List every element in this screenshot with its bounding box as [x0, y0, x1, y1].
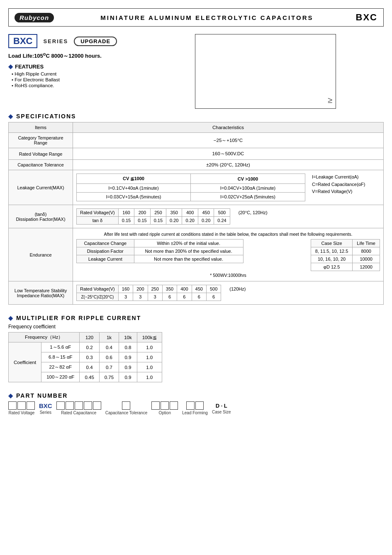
pn-box — [151, 401, 160, 410]
multiplier-title: ◆ MULTIPLIER FOR RIPPLE CURRENT — [8, 315, 384, 321]
image-symbol: ≥ — [328, 95, 332, 105]
dissipation-row: (tanδ) Dissipation Factor(MAX) Rated Vol… — [9, 205, 384, 228]
multiplier-section: ◆ MULTIPLIER FOR RIPPLE CURRENT Frequenc… — [8, 315, 384, 382]
pn-rated-capacitance: Rated Capacitance — [56, 401, 101, 415]
series-left: BXC SERIES UPGRADE Load Life:105oC 8000～… — [8, 34, 183, 89]
cv-le-line2: I=0.03CV+15αA (5minutes) — [77, 193, 191, 201]
pn-option: Option — [151, 401, 178, 415]
pn-box — [8, 401, 17, 410]
leakage-label: Leakage Current(MAX) — [9, 170, 73, 205]
diss-val3: 0.15 — [150, 217, 166, 225]
diss-v4: 350 — [166, 209, 182, 217]
leakage-value: CV ≦1000 CV >1000 I=0.1CV+40αA (1minute)… — [73, 170, 384, 205]
pn-lead-forming-label: Lead Forming — [182, 411, 208, 415]
diss-v5: 400 — [182, 209, 198, 217]
pn-boxes-tolerance — [122, 401, 130, 410]
pn-box — [75, 401, 83, 410]
lt-val7: 6 — [206, 293, 221, 301]
table-row: Category Temperature Range −25～+105°C — [9, 133, 384, 148]
endurance-note: * 500WV:10000hrs — [76, 273, 380, 278]
pn-box — [84, 401, 92, 410]
pn-box — [66, 401, 74, 410]
diss-v1: 160 — [118, 209, 134, 217]
low-temp-label: Low Temperature Stability Impedance Rati… — [9, 281, 73, 305]
diss-val2: 0.15 — [134, 217, 150, 225]
lt-ratio-header: Z(−25°C)/Z(20°C) — [77, 293, 119, 301]
col-header-items: Items — [9, 122, 73, 133]
pn-boxes-capacitance — [56, 401, 101, 410]
coeff-v1-4: 1.0 — [137, 342, 162, 352]
diss-v7: 500 — [214, 209, 230, 217]
diss-voltage-header: Rated Voltage(V) — [77, 209, 119, 217]
lt-val1: 3 — [118, 293, 133, 301]
pn-capacitance-tolerance: Capacitance Tolerance — [105, 401, 148, 415]
diss-val6: 0.20 — [198, 217, 214, 225]
pn-box — [93, 401, 101, 410]
series-label: SERIES — [43, 38, 68, 44]
lt-val2: 3 — [133, 293, 148, 301]
diamond-icon-multiplier: ◆ — [8, 315, 14, 321]
freq-100k: 100k≦ — [137, 333, 162, 342]
coeff-v2-4: 1.0 — [137, 352, 162, 362]
features-title: ◆ FEATURES — [8, 63, 183, 70]
specs-section: ◆ SPECIFICATIONS Items Characteristics C… — [8, 113, 384, 305]
case-size-1: 8, 11.5, 10, 12.5 — [311, 247, 353, 255]
case-size-3: φD 12.5 — [311, 263, 353, 271]
freq-label: Frequency（Hz） — [9, 333, 80, 342]
row-value: ±20% (20°C, 120Hz) — [73, 160, 384, 170]
pn-rated-voltage: Rated Voltage — [8, 401, 35, 415]
diamond-icon-specs: ◆ — [8, 113, 14, 120]
pn-series-label: BXC — [39, 402, 52, 409]
diss-v2: 200 — [134, 209, 150, 217]
low-temp-row: Low Temperature Stability Impedance Rati… — [9, 281, 384, 305]
pn-box — [186, 401, 195, 410]
coeff-v1-3: 0.8 — [119, 342, 137, 352]
series-section: BXC SERIES UPGRADE Load Life:105oC 8000～… — [8, 34, 384, 109]
end-req-header1: Capacitance Change — [77, 240, 134, 247]
product-image: ≥ — [195, 34, 336, 109]
specs-title: ◆ SPECIFICATIONS — [8, 113, 384, 120]
endurance-value: After life test with rated ripple curren… — [73, 228, 384, 281]
diss-val1: 0.15 — [118, 217, 134, 225]
row-value: −25～+105°C — [73, 133, 384, 148]
features-list: High Ripple Current For Electronic Balla… — [8, 71, 183, 88]
pn-box — [27, 401, 35, 410]
coeff-v2-3: 0.9 — [119, 352, 137, 362]
coeff-v4-1: 0.45 — [80, 372, 99, 382]
pn-series: BXC Series — [39, 402, 52, 415]
pn-tolerance-label: Capacitance Tolerance — [105, 411, 148, 415]
lt-val3: 3 — [148, 293, 162, 301]
pn-case-size-value: D · L — [216, 403, 227, 409]
coeff-v1-2: 0.4 — [99, 342, 119, 352]
endurance-row: Endurance After life test with rated rip… — [9, 228, 384, 281]
cv-le-title: CV ≦1000 — [77, 174, 191, 184]
pn-box — [195, 401, 204, 410]
diss-tan-header: tan δ — [77, 217, 119, 225]
upgrade-badge: UPGRADE — [74, 37, 117, 46]
feature-item: High Ripple Current — [12, 71, 183, 76]
table-row: Coefficient 1～5.6 αF 0.2 0.4 0.8 1.0 — [9, 342, 162, 352]
header-series-code: BXC — [356, 12, 377, 23]
col-header-chars: Characteristics — [73, 122, 384, 133]
life-time-2: 10000 — [353, 255, 380, 263]
coeff-v2-1: 0.3 — [80, 352, 99, 362]
end-req-header3: Leakage Current — [77, 255, 134, 263]
diamond-icon-pn: ◆ — [8, 392, 14, 399]
end-req-val2: Not more than 200% of the specified valu… — [134, 247, 243, 255]
diamond-icon: ◆ — [8, 63, 13, 70]
cv-gt-line1: I=0.04CV+100αA (1minute) — [190, 184, 305, 193]
lt-val6: 6 — [192, 293, 206, 301]
life-time-header: Life Time — [353, 240, 380, 247]
coeff-v3-2: 0.7 — [99, 362, 119, 372]
leakage-legend: I=Leakage Current(αA) C=Rated Capacitanc… — [305, 174, 380, 196]
pn-series-text: Series — [40, 410, 51, 415]
dissipation-value: Rated Voltage(V) 160 200 250 350 400 450… — [73, 205, 384, 228]
life-time-1: 8000 — [353, 247, 380, 255]
pn-box — [122, 401, 130, 410]
pn-option-label: Option — [159, 411, 171, 415]
pn-boxes-option — [151, 401, 178, 410]
pn-rated-voltage-label: Rated Voltage — [9, 411, 35, 415]
table-row: Rated Voltage Range 160～500V.DC — [9, 148, 384, 160]
diss-v6: 450 — [198, 209, 214, 217]
lt-v5: 400 — [177, 285, 192, 293]
